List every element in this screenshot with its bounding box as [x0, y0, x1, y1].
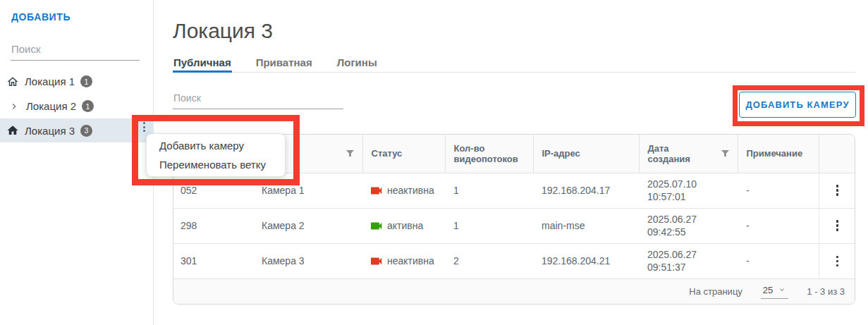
cell-note: -: [738, 208, 819, 243]
header-created-label: Дата создания: [648, 143, 711, 164]
tab-public[interactable]: Публичная: [173, 55, 232, 72]
sidebar: ДОБАВИТЬ Локация 1 1 Локация 2 1: [0, 0, 154, 325]
videocam-icon: [371, 186, 383, 195]
filter-icon[interactable]: [721, 150, 729, 157]
tab-bar: Публичная Приватная Логины: [173, 55, 855, 73]
created-time: 09:51:37: [647, 261, 729, 274]
created-time: 09:42:55: [647, 226, 729, 238]
annotation-box-add-camera: [733, 85, 864, 126]
cell-status: неактивна: [362, 173, 445, 208]
tab-logins[interactable]: Логины: [336, 55, 378, 72]
status-label: активна: [387, 220, 423, 231]
cell-ip: 192.168.204.17: [533, 173, 639, 208]
videocam-icon: [371, 257, 383, 266]
cell-status: неактивна: [362, 243, 445, 278]
chevron-right-icon[interactable]: [7, 99, 21, 114]
per-page-value: 25: [763, 285, 773, 295]
cell-note: -: [738, 243, 819, 278]
table-row[interactable]: 301 Камера 3 неактивна 2 192.168.204.21 …: [173, 243, 855, 278]
pagination-bar: На страницу 25 1 - 3 из 3: [173, 278, 855, 304]
location-tree: Локация 1 1 Локация 2 1 Локация 3 3: [0, 69, 154, 142]
header-created: Дата создания: [639, 135, 738, 173]
camera-search: [173, 90, 343, 109]
header-streams: Кол-во видеопотоков: [445, 135, 533, 173]
cell-streams: 1: [445, 208, 533, 243]
tree-item-label: Локация 2: [26, 100, 76, 112]
cell-actions: [819, 243, 855, 278]
annotation-box-context-menu: [132, 115, 300, 185]
per-page-select[interactable]: 25: [761, 285, 788, 299]
cell-ip: 192.168.204.21: [533, 243, 639, 278]
header-ip: IP-адрес: [533, 135, 639, 173]
created-date: 2025.06.27: [647, 248, 729, 261]
tab-private[interactable]: Приватная: [255, 55, 313, 72]
table-row[interactable]: 298 Камера 2 активна 1 main-mse 2025.06.…: [173, 208, 855, 243]
chevron-down-icon: [778, 286, 786, 294]
cell-name: Камера 2: [255, 208, 362, 243]
created-date: 2025.06.27: [647, 213, 729, 226]
tree-item-label: Локация 3: [25, 125, 75, 137]
cell-streams: 1: [445, 173, 533, 208]
tree-item-location-2[interactable]: Локация 2 1: [0, 94, 154, 118]
header-note: Примечание: [738, 135, 819, 173]
filter-icon[interactable]: [346, 150, 354, 157]
cell-created: 2025.06.27 09:51:37: [639, 243, 738, 278]
pagination-range: 1 - 3 из 3: [807, 286, 845, 297]
count-badge: 1: [82, 100, 94, 112]
created-time: 10:57:01: [647, 190, 729, 203]
videocam-icon: [371, 221, 383, 231]
home-icon: [6, 75, 20, 89]
camera-search-input[interactable]: [173, 90, 343, 109]
tree-item-location-1[interactable]: Локация 1 1: [0, 69, 154, 94]
row-kebab-menu-icon[interactable]: [828, 209, 848, 243]
count-badge: 3: [80, 125, 92, 137]
tree-item-location-3[interactable]: Локация 3 3: [0, 118, 154, 142]
sidebar-search: [11, 41, 140, 61]
cell-created: 2025.06.27 09:42:55: [639, 208, 738, 243]
sidebar-search-input[interactable]: [11, 41, 140, 61]
status-label: неактивна: [387, 255, 434, 266]
cell-id: 301: [173, 243, 255, 278]
cell-created: 2025.07.10 10:57:01: [639, 173, 738, 208]
cell-actions: [819, 173, 855, 208]
per-page-label: На страницу: [689, 286, 742, 297]
cell-ip: main-mse: [533, 208, 639, 243]
created-date: 2025.07.10: [647, 178, 729, 190]
cell-note: -: [738, 173, 819, 208]
tree-item-label: Локация 1: [25, 75, 75, 87]
add-location-button[interactable]: ДОБАВИТЬ: [11, 11, 71, 23]
cell-id: 298: [173, 208, 255, 243]
row-kebab-menu-icon[interactable]: [828, 244, 848, 279]
cell-name: Камера 3: [255, 243, 362, 278]
status-label: неактивна: [387, 185, 434, 196]
header-actions: [819, 135, 855, 173]
count-badge: 1: [80, 75, 92, 87]
header-status: Статус: [362, 135, 445, 173]
page-title: Локация 3: [173, 19, 273, 43]
cell-streams: 2: [445, 243, 533, 278]
cell-actions: [819, 208, 855, 243]
home-filled-icon: [6, 123, 20, 137]
row-kebab-menu-icon[interactable]: [828, 173, 848, 208]
cell-status: активна: [362, 208, 445, 243]
